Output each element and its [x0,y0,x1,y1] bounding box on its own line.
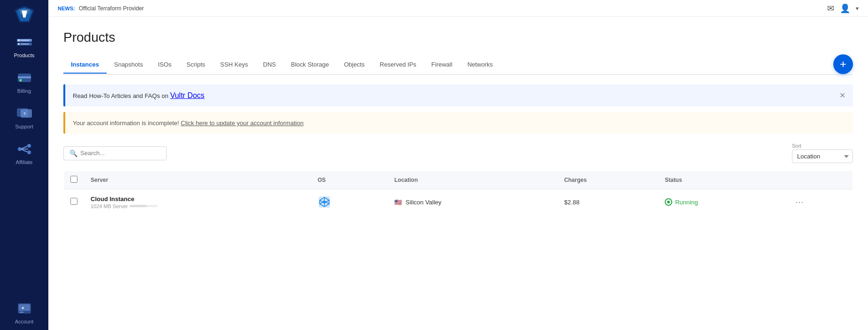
actions-header [789,171,853,189]
location-name: Silicon Valley [406,199,441,206]
server-sub: 1024 MB Server [91,203,304,209]
topbar-actions: ✉ 👤 ▾ [827,3,859,14]
info-banner: Read How-To Articles and FAQs on Vultr D… [63,84,853,106]
actions-cell: ⋯ [789,189,853,215]
tab-instances[interactable]: Instances [63,56,107,74]
update-account-link[interactable]: Click here to update your account inform… [181,120,304,127]
charges-header: Charges [558,171,658,189]
location-flag: 🇺🇸 Silicon Valley [394,199,441,206]
location-header: Location [388,171,558,189]
tab-snapshots[interactable]: Snapshots [107,56,150,74]
svg-rect-24 [19,304,30,311]
main-content: NEWS: Official Terraform Provider ✉ 👤 ▾ … [48,0,868,330]
sidebar-item-account[interactable]: ⊕ Account [0,294,48,330]
page-title: Products [63,30,853,45]
content-area: Products Instances Snapshots ISOs Script… [48,17,868,330]
sidebar-item-affiliate-label: Affiliate [16,159,33,165]
info-banner-text: Read How-To Articles and FAQs on Vultr D… [73,91,205,100]
news-label: NEWS: [58,6,75,11]
os-header: OS [311,171,388,189]
sidebar-item-billing-label: Billing [17,88,31,94]
svg-marker-3 [18,9,30,15]
tab-dns[interactable]: DNS [255,56,283,74]
tab-networks[interactable]: Networks [460,56,500,74]
status-dot [665,198,672,206]
svg-point-28 [323,201,326,203]
warning-banner: Your account information is incomplete! … [63,112,853,134]
tab-scripts[interactable]: Scripts [179,56,213,74]
search-sort-row: 🔍 Sort Location Name IP Status Charges [63,143,853,163]
sidebar-item-billing[interactable]: $ Billing [0,64,48,99]
vultr-logo[interactable] [13,5,36,23]
charges-cell: $2.88 [558,189,658,215]
row-checkbox-cell [64,189,84,215]
tab-isos[interactable]: ISOs [150,56,179,74]
sidebar-item-support-label: Support [15,124,33,129]
news-text: Official Terraform Provider [79,5,144,12]
svg-point-7 [18,43,20,45]
search-input[interactable] [80,150,161,157]
user-icon[interactable]: 👤 [840,3,850,14]
row-checkbox[interactable] [70,198,77,205]
select-all-checkbox[interactable] [70,176,77,183]
svg-rect-11 [18,76,31,78]
products-icon [14,34,35,51]
sidebar-item-support[interactable]: ? Support [0,99,48,135]
sidebar-item-products-label: Products [14,52,34,58]
status-header: Status [658,171,789,189]
tab-reserved-ips[interactable]: Reserved IPs [372,56,424,74]
svg-point-20 [27,150,31,154]
account-icon: ⊕ [14,300,35,317]
topbar: NEWS: Official Terraform Provider ✉ 👤 ▾ [48,0,868,17]
tab-ssh-keys[interactable]: SSH Keys [213,56,255,74]
tab-objects[interactable]: Objects [337,56,372,74]
os-icon [317,195,331,209]
os-cell [311,189,388,215]
row-actions-button[interactable]: ⋯ [795,197,805,207]
mail-icon[interactable]: ✉ [827,3,834,14]
sidebar-item-affiliate[interactable]: Affiliate [0,135,48,171]
sidebar: Products $ Billing ? Support [0,0,48,330]
sidebar-item-products[interactable]: Products [0,28,48,64]
billing-icon: $ [14,69,35,86]
chevron-down-icon[interactable]: ▾ [856,5,859,12]
warning-text: Your account information is incomplete! [73,120,181,127]
instances-table: Server OS Location Charges Status Cloud … [63,171,853,215]
status-text: Running [675,199,698,206]
sidebar-item-account-label: Account [15,319,34,324]
tab-firewall[interactable]: Firewall [424,56,460,74]
close-info-banner-button[interactable]: ✕ [839,91,845,100]
svg-rect-15 [21,109,32,118]
status-cell: Running [658,189,789,215]
select-all-header [64,171,84,189]
affiliate-icon [14,141,35,158]
search-box: 🔍 [63,146,167,160]
server-header: Server [84,171,311,189]
svg-point-19 [27,144,31,148]
svg-rect-8 [21,40,29,41]
svg-rect-9 [21,44,29,45]
svg-point-6 [18,39,20,41]
status-running: Running [665,198,782,206]
sort-select[interactable]: Location Name IP Status Charges [792,150,853,163]
tab-block-storage[interactable]: Block Storage [284,56,337,74]
server-name[interactable]: Cloud Instance [91,195,304,202]
svg-text:?: ? [23,112,26,116]
svg-text:⊕: ⊕ [22,307,24,309]
sort-container: Sort Location Name IP Status Charges [792,143,853,163]
support-icon: ? [14,105,35,122]
search-icon: 🔍 [69,150,77,157]
server-usage-bar [130,205,158,207]
sort-label: Sort [792,143,801,149]
server-cell: Cloud Instance 1024 MB Server [84,189,311,215]
location-cell: 🇺🇸 Silicon Valley [388,189,558,215]
table-row: Cloud Instance 1024 MB Server [64,189,853,215]
add-instance-button[interactable]: + [833,54,853,74]
tabs-bar: Instances Snapshots ISOs Scripts SSH Key… [63,54,853,75]
vultr-docs-link[interactable]: Vultr Docs [170,91,204,99]
flag-icon: 🇺🇸 [394,199,402,206]
